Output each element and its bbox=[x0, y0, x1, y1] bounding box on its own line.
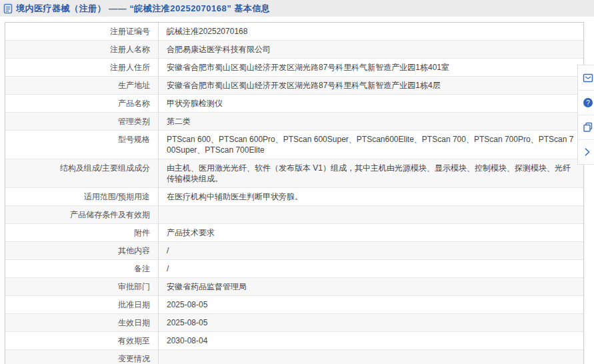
row-value: 甲状旁腺检测仪 bbox=[159, 95, 583, 112]
row-label: 适用范围/预期用途 bbox=[5, 188, 159, 205]
table-row: 注册人名称合肥易康达医学科技有限公司 bbox=[5, 40, 583, 58]
row-value: 安徽省药品监督管理局 bbox=[159, 278, 583, 295]
row-label: 生产地址 bbox=[5, 77, 159, 94]
copy-icon bbox=[583, 122, 593, 133]
side-widget-panel: ? bbox=[577, 65, 594, 165]
row-label: 生效日期 bbox=[5, 314, 159, 331]
row-label: 审批部门 bbox=[5, 278, 159, 295]
row-value: 在医疗机构中辅助医生判断甲状旁腺。 bbox=[159, 188, 583, 205]
table-row: 型号规格PTScan 600、PTScan 600Pro、PTScan 600S… bbox=[5, 130, 583, 159]
row-label: 产品储存条件及有效期 bbox=[5, 206, 159, 223]
row-value: 安徽省合肥市蜀山区蜀山经济开发区湖光路87号科里科气新智造产业园1栋401室 bbox=[159, 59, 583, 76]
row-label: 注册证编号 bbox=[5, 23, 159, 40]
table-row: 适用范围/预期用途在医疗机构中辅助医生判断甲状旁腺。 bbox=[5, 187, 583, 205]
registration-info-table: 注册证编号皖械注准20252070168 注册人名称合肥易康达医学科技有限公司 … bbox=[5, 22, 584, 364]
table-row: 注册证编号皖械注准20252070168 bbox=[5, 23, 583, 40]
row-label: 备注 bbox=[5, 260, 159, 277]
table-row: 其他内容/ bbox=[5, 241, 583, 259]
copy-button[interactable] bbox=[578, 115, 594, 139]
table-row: 注册人住所安徽省合肥市蜀山区蜀山经济开发区湖光路87号科里科气新智造产业园1栋4… bbox=[5, 58, 583, 76]
row-value: 产品技术要求 bbox=[159, 224, 583, 241]
row-value: 安徽省合肥市蜀山区蜀山经济开发区湖光路87号科里科气新智造产业园1栋4层 bbox=[159, 77, 583, 94]
row-value: 合肥易康达医学科技有限公司 bbox=[159, 41, 583, 58]
table-row: 变更情况 bbox=[5, 349, 583, 364]
table-row: 产品储存条件及有效期 bbox=[5, 205, 583, 223]
table-row: 附件产品技术要求 bbox=[5, 223, 583, 241]
row-label: 型号规格 bbox=[5, 131, 159, 159]
table-row: 批准日期2025-08-05 bbox=[5, 295, 583, 313]
row-value: 2030-08-04 bbox=[159, 332, 583, 349]
table-row: 生效日期2025-08-05 bbox=[5, 313, 583, 331]
page-title: 境内医疗器械（注册） —— “皖械注准20252070168” 基本信息 bbox=[16, 3, 270, 15]
row-value: / bbox=[159, 242, 583, 259]
table-row: 审批部门安徽省药品监督管理局 bbox=[5, 277, 583, 295]
row-label: 注册人名称 bbox=[5, 41, 159, 58]
table-row: 备注/ bbox=[5, 259, 583, 277]
info-button[interactable]: ? bbox=[578, 90, 594, 115]
row-label: 管理类别 bbox=[5, 113, 159, 130]
table-row: 有效期至2030-08-04 bbox=[5, 331, 583, 349]
row-label: 其他内容 bbox=[5, 242, 159, 259]
row-value bbox=[159, 206, 583, 223]
row-value: 由主机、医用激光光纤、软件（发布版本 V1）组成，其中主机由光源模块、显示模块、… bbox=[159, 159, 583, 187]
table-row: 管理类别第二类 bbox=[5, 112, 583, 130]
row-label: 结构及组成/主要组成成分 bbox=[5, 159, 159, 187]
contact-button[interactable] bbox=[578, 65, 594, 90]
row-label: 变更情况 bbox=[5, 350, 159, 364]
row-value: 2025-08-05 bbox=[159, 296, 583, 313]
row-value: 第二类 bbox=[159, 113, 583, 130]
row-label: 注册人住所 bbox=[5, 59, 159, 76]
row-value: PTScan 600、PTScan 600Pro、PTScan 600Super… bbox=[159, 131, 583, 159]
row-value: / bbox=[159, 260, 583, 277]
collapse-button[interactable] bbox=[578, 139, 594, 164]
table-row: 产品名称甲状旁腺检测仪 bbox=[5, 94, 583, 112]
row-value bbox=[159, 350, 583, 364]
page-header: 境内医疗器械（注册） —— “皖械注准20252070168” 基本信息 bbox=[0, 0, 594, 17]
row-value: 2025-08-05 bbox=[159, 314, 583, 331]
row-label: 产品名称 bbox=[5, 95, 159, 112]
row-label: 批准日期 bbox=[5, 296, 159, 313]
info-circle-icon: ? bbox=[583, 97, 593, 108]
contact-icon bbox=[583, 73, 593, 83]
row-label: 有效期至 bbox=[5, 332, 159, 349]
document-icon bbox=[3, 3, 13, 14]
table-row: 结构及组成/主要组成成分由主机、医用激光光纤、软件（发布版本 V1）组成，其中主… bbox=[5, 159, 583, 187]
row-value: 皖械注准20252070168 bbox=[159, 23, 583, 40]
table-row: 生产地址安徽省合肥市蜀山区蜀山经济开发区湖光路87号科里科气新智造产业园1栋4层 bbox=[5, 76, 583, 94]
svg-text:?: ? bbox=[586, 99, 590, 107]
chevron-right-icon bbox=[583, 147, 592, 157]
row-label: 附件 bbox=[5, 224, 159, 241]
